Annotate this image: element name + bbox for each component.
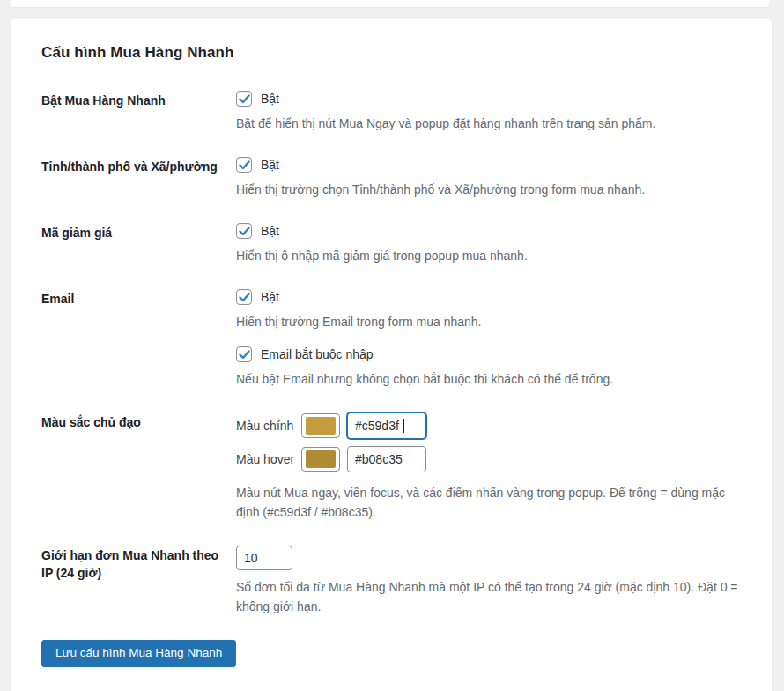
checkmark-icon xyxy=(239,293,250,302)
enable-checkbox-line: Bật xyxy=(236,91,741,107)
text-caret xyxy=(403,419,404,433)
email-required-checkbox-label[interactable]: Email bắt buộc nhập xyxy=(261,347,374,361)
ip-limit-input[interactable] xyxy=(236,546,292,570)
hover-color-label: Màu hover xyxy=(236,452,301,466)
settings-card: Cấu hình Mua Hàng Nhanh Bật Mua Hàng Nha… xyxy=(11,19,772,691)
enable-checkbox-label[interactable]: Bật xyxy=(261,92,279,106)
row-coupon: Mã giảm giá Bật Hiển thị ô nhập mã giảm … xyxy=(41,223,741,265)
email-required-description: Nếu bật Email nhưng không chọn bắt buộc … xyxy=(236,369,741,389)
province-description: Hiển thị trường chọn Tỉnh/thành phố và X… xyxy=(236,180,741,199)
province-checkbox-label[interactable]: Bật xyxy=(261,158,279,172)
primary-color-swatch xyxy=(306,417,336,435)
primary-color-picker[interactable] xyxy=(301,413,340,438)
primary-color-line: Màu chính xyxy=(236,412,741,439)
hover-color-picker[interactable] xyxy=(301,447,340,472)
row-ip-limit: Giới hạn đơn Mua Nhanh theo IP (24 giờ) … xyxy=(41,546,741,616)
row-label: Mã giảm giá xyxy=(41,223,236,241)
coupon-checkbox[interactable] xyxy=(236,223,252,239)
ip-limit-description: Số đơn tối đa từ Mua Hàng Nhanh mà một I… xyxy=(236,577,741,616)
province-checkbox-line: Bật xyxy=(236,157,741,173)
save-settings-button[interactable]: Lưu cấu hình Mua Hàng Nhanh xyxy=(41,640,236,667)
row-label: Màu sắc chủ đạo xyxy=(41,412,236,431)
checkmark-icon xyxy=(239,160,250,170)
province-checkbox[interactable] xyxy=(236,157,252,173)
email-checkbox[interactable] xyxy=(236,289,252,305)
row-theme-colors: Màu sắc chủ đạo Màu chính Màu hover Mà xyxy=(41,412,741,522)
row-label: Tỉnh/thành phố và Xã/phường xyxy=(41,157,236,175)
coupon-checkbox-label[interactable]: Bật xyxy=(261,224,279,238)
hover-color-input[interactable] xyxy=(347,446,426,472)
hover-color-swatch xyxy=(306,450,336,468)
email-checkbox-label[interactable]: Bật xyxy=(261,290,279,304)
colors-description: Màu nút Mua ngay, viền focus, và các điể… xyxy=(236,483,741,522)
row-label: Bật Mua Hàng Nhanh xyxy=(41,91,236,109)
enable-description: Bật để hiển thị nút Mua Ngay và popup đặ… xyxy=(236,114,741,133)
primary-color-input[interactable] xyxy=(347,412,426,439)
previous-card-bottom-edge xyxy=(11,0,769,7)
primary-color-label: Màu chính xyxy=(236,419,301,433)
row-label: Giới hạn đơn Mua Nhanh theo IP (24 giờ) xyxy=(41,546,236,583)
row-province-ward: Tỉnh/thành phố và Xã/phường Bật Hiển thị… xyxy=(41,157,741,199)
hover-color-line: Màu hover xyxy=(236,446,741,472)
checkmark-icon xyxy=(239,227,250,236)
row-email: Email Bật Hiển thị trường Email trong fo… xyxy=(41,289,741,389)
coupon-description: Hiển thị ô nhập mã giảm giá trong popup … xyxy=(236,246,741,265)
coupon-checkbox-line: Bật xyxy=(236,223,741,239)
email-description: Hiển thị trường Email trong form mua nha… xyxy=(236,312,741,331)
email-checkbox-line: Bật xyxy=(236,289,741,305)
checkmark-icon xyxy=(239,94,250,104)
email-required-checkbox-line: Email bắt buộc nhập xyxy=(236,346,741,362)
enable-checkbox[interactable] xyxy=(236,91,252,107)
email-required-checkbox[interactable] xyxy=(236,346,252,362)
row-label: Email xyxy=(41,289,236,308)
checkmark-icon xyxy=(239,350,250,360)
row-enable-quick-buy: Bật Mua Hàng Nhanh Bật Bật để hiển thị n… xyxy=(41,91,741,133)
page-title: Cấu hình Mua Hàng Nhanh xyxy=(41,44,741,62)
